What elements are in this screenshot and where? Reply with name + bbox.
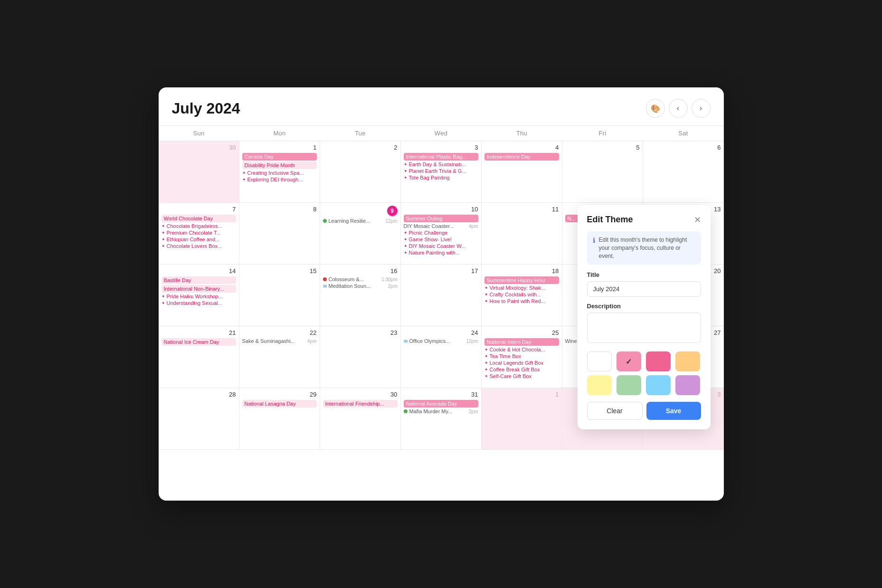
table-row[interactable]: 18 Summertime Happy Hour Virtual Mixolog… bbox=[482, 265, 562, 326]
list-item: Premium Chocolate T... bbox=[161, 230, 236, 236]
calendar-header: July 2024 🎨 ‹ › bbox=[159, 87, 724, 125]
table-row[interactable]: 24 ✉ Office Olympics... 12pm bbox=[401, 326, 482, 388]
save-button[interactable]: Save bbox=[646, 402, 701, 420]
table-row[interactable]: 31 National Avocado Day Mafia Murder My.… bbox=[401, 388, 482, 450]
list-item: Mafia Murder My... 2pm bbox=[404, 408, 478, 414]
list-item: Sake & Suminagashi... 4pm bbox=[242, 338, 317, 344]
table-row[interactable]: 17 bbox=[401, 265, 482, 326]
table-row[interactable]: 4 Independence Day bbox=[482, 141, 562, 203]
day-sun: Sun bbox=[159, 126, 239, 141]
panel-actions: Clear Save bbox=[587, 402, 701, 420]
list-item: International Friendship... bbox=[323, 400, 398, 408]
list-item: Picnic Challenge bbox=[404, 230, 478, 236]
dot-icon bbox=[404, 409, 408, 413]
table-row[interactable]: 30 International Friendship... bbox=[320, 388, 401, 450]
calendar-title: July 2024 bbox=[172, 100, 240, 117]
envelope-icon: ✉ bbox=[404, 339, 408, 344]
color-swatch-pink[interactable] bbox=[616, 351, 641, 371]
table-row[interactable]: 8 bbox=[239, 203, 320, 265]
next-month-button[interactable]: › bbox=[692, 99, 711, 118]
table-row[interactable]: 1 Canada Day Disability Pride Month Crea… bbox=[239, 141, 320, 203]
list-item: Canada Day bbox=[242, 153, 317, 161]
list-item: ✉ Meditation Soun... 2pm bbox=[323, 283, 398, 289]
list-item: Game Show- Live! bbox=[404, 237, 478, 242]
table-row[interactable]: 28 bbox=[159, 388, 239, 450]
app-container: July 2024 🎨 ‹ › Sun Mon Tue Wed Thu Fri … bbox=[159, 87, 724, 501]
list-item: ✉ Office Olympics... 12pm bbox=[404, 338, 478, 344]
day-sat: Sat bbox=[643, 126, 724, 141]
color-swatch-white[interactable] bbox=[587, 351, 612, 371]
list-item: Independence Day bbox=[484, 153, 559, 161]
table-row[interactable]: 2 bbox=[320, 141, 401, 203]
color-swatch-green[interactable] bbox=[616, 375, 641, 395]
list-item: Summertime Happy Hour bbox=[484, 276, 559, 284]
panel-title: Edit Theme bbox=[587, 215, 633, 225]
list-item: International Plastic Bag... bbox=[404, 153, 478, 161]
list-item: Crafty Cocktails with... bbox=[484, 292, 559, 297]
table-row[interactable]: 25 National Intern Day Cookie & Hot Choc… bbox=[482, 326, 562, 388]
table-row[interactable]: 3 International Plastic Bag... Earth Day… bbox=[401, 141, 482, 203]
table-row[interactable]: 1 bbox=[482, 388, 562, 450]
table-row[interactable]: 11 bbox=[482, 203, 562, 265]
color-grid bbox=[587, 351, 701, 395]
clear-button[interactable]: Clear bbox=[587, 402, 643, 420]
close-button[interactable]: ✕ bbox=[694, 216, 701, 224]
description-input[interactable] bbox=[587, 313, 701, 343]
table-row[interactable]: 29 National Lasagna Day bbox=[239, 388, 320, 450]
list-item: Understanding Sexual... bbox=[161, 300, 236, 306]
table-row[interactable]: 10 Summer Outing DIY Mosaic Coaster... 4… bbox=[401, 203, 482, 265]
table-row[interactable]: 15 bbox=[239, 265, 320, 326]
table-row[interactable]: 9 Learning Resilie... 12pm bbox=[320, 203, 401, 265]
day-thu: Thu bbox=[482, 126, 562, 141]
panel-header: Edit Theme ✕ bbox=[587, 215, 701, 225]
list-item: Coffee Break Gift Box bbox=[484, 367, 559, 372]
day-fri: Fri bbox=[562, 126, 643, 141]
list-item: World Chocolate Day bbox=[161, 215, 236, 222]
list-item: National Avocado Day bbox=[404, 400, 478, 408]
list-item: Pride Haiku Workshop... bbox=[161, 294, 236, 299]
title-label: Title bbox=[587, 271, 701, 278]
color-swatch-hotpink[interactable] bbox=[646, 351, 671, 371]
color-swatch-peach[interactable] bbox=[675, 351, 700, 371]
table-row[interactable]: 6 bbox=[643, 141, 724, 203]
list-item: Virtual Mixology: Shak... bbox=[484, 285, 559, 291]
info-text: Edit this month's theme to highlight you… bbox=[599, 236, 695, 260]
day-mon: Mon bbox=[239, 126, 320, 141]
list-item: Exploring DEI through... bbox=[242, 177, 317, 182]
list-item: Ethiopian Coffee and... bbox=[161, 237, 236, 242]
info-icon: ℹ bbox=[593, 237, 595, 244]
list-item: DIY Mosaic Coaster W... bbox=[404, 243, 478, 249]
dot-icon bbox=[323, 277, 327, 281]
color-swatch-purple[interactable] bbox=[675, 375, 700, 395]
list-item: Chocolate Lovers Box... bbox=[161, 243, 236, 249]
table-row[interactable]: 22 Sake & Suminagashi... 4pm bbox=[239, 326, 320, 388]
list-item: DIY Mosaic Coaster... 4pm bbox=[404, 223, 478, 229]
list-item: National Lasagna Day bbox=[242, 400, 317, 408]
theme-button[interactable]: 🎨 bbox=[646, 99, 665, 118]
prev-month-button[interactable]: ‹ bbox=[669, 99, 688, 118]
list-item: Nature Painting with... bbox=[404, 250, 478, 256]
table-row[interactable]: 23 bbox=[320, 326, 401, 388]
envelope-icon: ✉ bbox=[323, 284, 327, 289]
list-item: Cookie & Hot Chocola... bbox=[484, 347, 559, 352]
list-item: National Intern Day bbox=[484, 338, 559, 346]
color-swatch-yellow[interactable] bbox=[587, 375, 612, 395]
table-row[interactable]: 14 Bastille Day International Non-Binary… bbox=[159, 265, 239, 326]
table-row[interactable]: 7 World Chocolate Day Chocolate Brigadei… bbox=[159, 203, 239, 265]
list-item: International Non-Binary... bbox=[161, 285, 236, 293]
color-swatch-blue[interactable] bbox=[646, 375, 671, 395]
title-input[interactable] bbox=[587, 281, 701, 297]
list-item: How to Paint with Red... bbox=[484, 298, 559, 304]
table-row[interactable]: 5 bbox=[562, 141, 643, 203]
header-controls: 🎨 ‹ › bbox=[646, 99, 711, 118]
list-item: Earth Day & Sustainab... bbox=[404, 161, 478, 167]
table-row[interactable]: 21 National Ice Cream Day bbox=[159, 326, 239, 388]
list-item: Creating Inclusive Spa... bbox=[242, 170, 317, 176]
list-item: Disability Pride Month bbox=[242, 161, 317, 169]
list-item: Bastille Day bbox=[161, 276, 236, 284]
list-item: National Ice Cream Day bbox=[161, 338, 236, 346]
table-row[interactable]: 16 Colosseum &... 1:30pm ✉ Meditation So… bbox=[320, 265, 401, 326]
list-item: Learning Resilie... 12pm bbox=[323, 218, 398, 224]
table-row[interactable]: 30 bbox=[159, 141, 239, 203]
list-item: Planet Earth Trivia & G... bbox=[404, 168, 478, 174]
